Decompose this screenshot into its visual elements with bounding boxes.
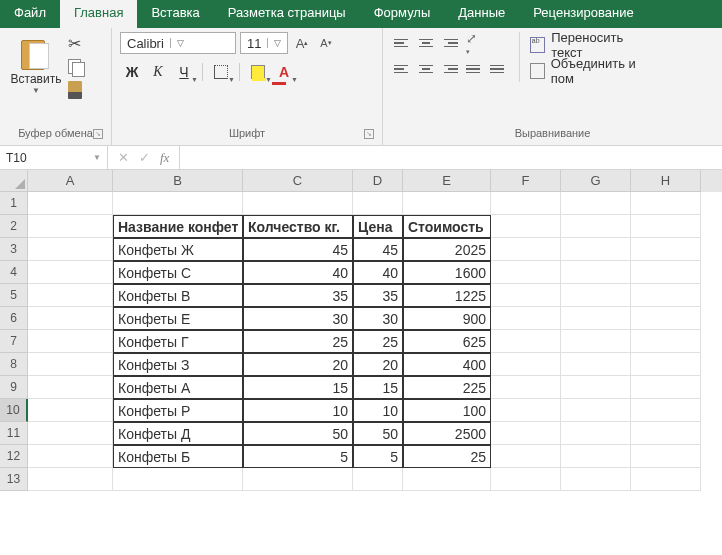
cell[interactable]	[631, 353, 701, 376]
cell[interactable]	[243, 468, 353, 491]
cell[interactable]: 50	[353, 422, 403, 445]
cell[interactable]: Конфеты Б	[113, 445, 243, 468]
fill-color-button[interactable]: ▼	[246, 60, 270, 84]
font-name-combo[interactable]: Calibri▽	[120, 32, 236, 54]
cell[interactable]: 10	[243, 399, 353, 422]
cell[interactable]: 40	[243, 261, 353, 284]
cell[interactable]	[28, 399, 113, 422]
cell[interactable]: 10	[353, 399, 403, 422]
tab-home[interactable]: Главная	[60, 0, 137, 28]
col-header-C[interactable]: C	[243, 170, 353, 192]
paste-button[interactable]: Вставить ▼	[8, 32, 64, 99]
cell[interactable]	[631, 468, 701, 491]
cell[interactable]: 1225	[403, 284, 491, 307]
cell[interactable]	[28, 376, 113, 399]
cell[interactable]	[561, 215, 631, 238]
tab-layout[interactable]: Разметка страницы	[214, 0, 360, 28]
cell[interactable]: 100	[403, 399, 491, 422]
col-header-E[interactable]: E	[403, 170, 491, 192]
cell[interactable]	[491, 192, 561, 215]
cell[interactable]: 50	[243, 422, 353, 445]
cell[interactable]: Конфеты З	[113, 353, 243, 376]
cell[interactable]	[491, 307, 561, 330]
cell[interactable]	[631, 307, 701, 330]
cell[interactable]	[28, 192, 113, 215]
row-header[interactable]: 9	[0, 376, 28, 399]
cell[interactable]	[491, 238, 561, 261]
cell[interactable]: 625	[403, 330, 491, 353]
cell[interactable]	[631, 399, 701, 422]
cell[interactable]	[631, 422, 701, 445]
cell[interactable]	[491, 422, 561, 445]
font-color-button[interactable]: А▼	[272, 60, 296, 84]
decrease-indent-button[interactable]	[463, 58, 485, 80]
col-header-A[interactable]: A	[28, 170, 113, 192]
cell[interactable]: 35	[243, 284, 353, 307]
col-header-B[interactable]: B	[113, 170, 243, 192]
cell[interactable]	[28, 353, 113, 376]
cell[interactable]	[561, 307, 631, 330]
row-header[interactable]: 13	[0, 468, 28, 491]
cell[interactable]	[491, 330, 561, 353]
align-right-button[interactable]	[439, 58, 461, 80]
cell[interactable]	[113, 468, 243, 491]
align-bottom-button[interactable]	[439, 32, 461, 54]
row-header[interactable]: 10	[0, 399, 28, 422]
merge-button[interactable]: Объединить и пом	[530, 60, 641, 82]
italic-button[interactable]: К	[146, 60, 170, 84]
cell[interactable]: 2025	[403, 238, 491, 261]
row-header[interactable]: 7	[0, 330, 28, 353]
borders-button[interactable]: ▼	[209, 60, 233, 84]
cell[interactable]: Конфеты В	[113, 284, 243, 307]
cell[interactable]	[28, 330, 113, 353]
cell[interactable]: 45	[243, 238, 353, 261]
row-header[interactable]: 2	[0, 215, 28, 238]
cell[interactable]	[243, 192, 353, 215]
cell[interactable]: 900	[403, 307, 491, 330]
bold-button[interactable]: Ж	[120, 60, 144, 84]
tab-review[interactable]: Рецензирование	[519, 0, 647, 28]
tab-file[interactable]: Файл	[0, 0, 60, 28]
row-header[interactable]: 11	[0, 422, 28, 445]
cell[interactable]: Стоимость	[403, 215, 491, 238]
font-size-combo[interactable]: 11▽	[240, 32, 288, 54]
cell[interactable]	[561, 422, 631, 445]
cell[interactable]	[561, 238, 631, 261]
cell[interactable]	[561, 261, 631, 284]
cell[interactable]: Конфеты Г	[113, 330, 243, 353]
cell[interactable]: 45	[353, 238, 403, 261]
cell[interactable]: 1600	[403, 261, 491, 284]
cell[interactable]	[491, 468, 561, 491]
cut-button[interactable]: ✂	[68, 34, 84, 53]
shrink-font-button[interactable]: A▾	[316, 32, 336, 54]
select-all-corner[interactable]	[0, 170, 28, 192]
wrap-text-button[interactable]: Переносить текст	[530, 34, 641, 56]
cell[interactable]: 25	[403, 445, 491, 468]
cell[interactable]: 35	[353, 284, 403, 307]
cell[interactable]: 40	[353, 261, 403, 284]
cell[interactable]: Конфеты Ж	[113, 238, 243, 261]
cell[interactable]: 20	[353, 353, 403, 376]
cell[interactable]	[28, 422, 113, 445]
cell[interactable]: 15	[243, 376, 353, 399]
cell[interactable]	[631, 330, 701, 353]
cell[interactable]	[28, 307, 113, 330]
cell[interactable]: 15	[353, 376, 403, 399]
cell[interactable]	[403, 468, 491, 491]
col-header-H[interactable]: H	[631, 170, 701, 192]
cell[interactable]	[403, 192, 491, 215]
cell[interactable]: 30	[243, 307, 353, 330]
cell[interactable]	[491, 261, 561, 284]
cell[interactable]: Конфеты А	[113, 376, 243, 399]
cell[interactable]	[631, 445, 701, 468]
cell[interactable]	[561, 284, 631, 307]
cell[interactable]	[28, 261, 113, 284]
cell[interactable]	[491, 445, 561, 468]
cell[interactable]	[561, 399, 631, 422]
row-header[interactable]: 8	[0, 353, 28, 376]
dialog-launcher-icon[interactable]: ↘	[364, 129, 374, 139]
cell[interactable]	[28, 215, 113, 238]
cell[interactable]	[631, 376, 701, 399]
cell[interactable]	[561, 376, 631, 399]
cell[interactable]	[28, 284, 113, 307]
